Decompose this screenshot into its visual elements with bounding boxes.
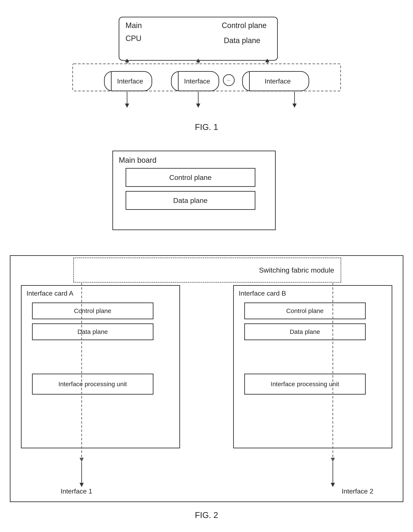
svg-marker-20 bbox=[331, 483, 335, 487]
fig2-control-plane-box: Control plane bbox=[126, 168, 255, 187]
fig1-interface-3: Interface bbox=[242, 71, 309, 91]
fig2-top-diagram: Main board Control plane Data plane bbox=[112, 151, 301, 238]
fig3-arrows-svg bbox=[10, 256, 404, 503]
svg-marker-12 bbox=[292, 104, 297, 108]
fig2-control-plane-label: Control plane bbox=[169, 173, 211, 181]
svg-marker-10 bbox=[196, 104, 200, 108]
fig3-diagram: Switching fabric module Interface card A… bbox=[10, 255, 403, 502]
fig1-interface-1: Interface bbox=[104, 71, 152, 91]
fig1-interface-2-label: Interface bbox=[184, 77, 210, 85]
fig2-data-plane-box: Data plane bbox=[126, 191, 255, 210]
svg-marker-16 bbox=[331, 458, 335, 462]
svg-marker-4 bbox=[196, 58, 200, 62]
fig1-interface-2: Interface bbox=[171, 71, 219, 91]
svg-marker-8 bbox=[125, 104, 129, 108]
fig1-dots: ··· bbox=[223, 74, 235, 86]
fig2-main-board-box: Main board Control plane Data plane bbox=[112, 151, 276, 230]
fig1-caption: FIG. 1 bbox=[195, 122, 218, 132]
svg-marker-6 bbox=[265, 58, 269, 62]
fig3-caption: FIG. 2 bbox=[8, 511, 405, 520]
fig3-interface2-label: Interface 2 bbox=[342, 487, 373, 495]
svg-marker-14 bbox=[79, 458, 84, 462]
svg-marker-2 bbox=[125, 58, 129, 62]
fig1-interface-1-label: Interface bbox=[117, 77, 143, 85]
fig2-data-plane-label: Data plane bbox=[173, 196, 207, 205]
fig3-interface1-label: Interface 1 bbox=[61, 487, 92, 495]
fig2-main-board-label: Main board bbox=[119, 156, 157, 165]
svg-marker-18 bbox=[79, 483, 84, 487]
fig1-interface-3-label: Interface bbox=[265, 77, 291, 85]
page: Main CPU Control plane Data plane bbox=[0, 0, 413, 532]
fig1-diagram: Main CPU Control plane Data plane bbox=[60, 17, 353, 134]
